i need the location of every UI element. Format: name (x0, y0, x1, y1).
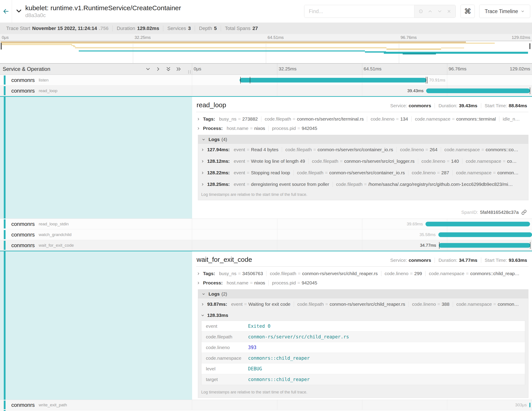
trace-view-selector-label: Trace Timeline (485, 9, 518, 14)
find-clear-icon[interactable] (446, 9, 452, 14)
summary-services: Services3 (163, 26, 195, 31)
collapse-one-icon[interactable] (145, 66, 151, 72)
trace-id: d8a3a0c (25, 12, 181, 19)
timeline-ruler: 0μs 32.25ms 64.51ms 96.76ms 129.02ms (192, 64, 532, 75)
link-icon[interactable] (521, 210, 527, 215)
keyboard-shortcuts-button[interactable]: ⌘ (461, 5, 475, 18)
chevron-right-icon (201, 148, 205, 152)
expanded-log-entry-header[interactable]: 128.33ms (198, 310, 528, 320)
top-controls: ⌘ Trace Timeline (304, 5, 532, 18)
span-bar[interactable] (439, 243, 531, 248)
expand-all-icon[interactable] (175, 66, 182, 72)
minimap-right-handle (529, 43, 531, 49)
service-operation-header: Service & Operation (0, 64, 192, 75)
ruler-tick: 32.25ms (277, 66, 297, 71)
logs-note: Log timestamps are relative to the start… (198, 388, 528, 398)
tags-accordion[interactable]: Tags: busy_ns=34506763 code.filepath=con… (196, 269, 528, 278)
trace-view-selector[interactable]: Trace Timeline (479, 5, 530, 18)
span-duration-label: 303μs (515, 402, 527, 407)
find-next-icon[interactable] (437, 9, 443, 14)
span-color-accent (4, 76, 6, 85)
table-row: code.namespaceconmonrs::child_reaper (201, 353, 525, 363)
log-field-chip: event=Wrote log line of length 49 (233, 158, 308, 164)
span-row-read-loop-stdin[interactable]: conmonrsread_loop_stdin 39.69ms (0, 219, 532, 229)
chevron-right-icon (201, 183, 205, 186)
find-buttons (414, 5, 456, 18)
span-row-listen[interactable]: conmonrslisten 70.91ms (0, 75, 532, 86)
process-accordion[interactable]: Process: host.name=nixos process.pid=942… (196, 124, 528, 133)
process-chip: process.pid=942045 (268, 126, 321, 131)
find-input[interactable] (304, 5, 414, 18)
tag-chip-truncated: idle_n… (499, 116, 523, 122)
find-group (304, 5, 456, 18)
minimap-tick: 0μs (2, 35, 9, 40)
logs-accordion-header[interactable]: Logs (4) (198, 135, 528, 144)
tag-chip: code.lineno=299 (381, 271, 426, 276)
span-row-read-loop[interactable]: conmonrsread_loop 39.43ms (0, 86, 532, 96)
tag-chip: code.filepath=conmon-rs/server/src/termi… (261, 116, 367, 122)
span-bar[interactable] (529, 402, 530, 407)
chevron-down-icon (16, 8, 22, 14)
log-entry[interactable]: 127.94ms: event=Read 4 bytes code.filepa… (198, 144, 528, 156)
detail-meta: Service:conmonrs Duration:34.77ms Start … (387, 258, 528, 263)
collapse-controls (145, 66, 190, 72)
tag-chip: code.filepath=conmon-rs/server/src/child… (266, 271, 381, 276)
operation-name: read_loop (38, 88, 57, 93)
process-chip: host.name=nixos (226, 280, 268, 285)
next-row-peek (0, 410, 532, 411)
span-bar[interactable] (426, 88, 530, 93)
span-bar[interactable] (438, 232, 532, 237)
chevron-down-icon (521, 9, 525, 13)
span-color-accent (4, 86, 6, 95)
summary-total-spans: Total Spans27 (221, 26, 262, 31)
span-bar[interactable] (240, 78, 426, 82)
log-field-chip: code.lineno=140 (418, 158, 462, 164)
process-chip: host.name=nixos (226, 126, 268, 131)
chevron-down-icon (202, 138, 205, 141)
service-name: conmonrs (11, 77, 35, 83)
tags-accordion[interactable]: Tags: busy_ns=273882 code.filepath=conmo… (196, 114, 528, 124)
ruler-tick: 129.02ms (510, 66, 530, 71)
span-color-accent (4, 241, 6, 250)
minimap-canvas[interactable] (0, 41, 532, 64)
log-field-chip: code.filepath=conmon-rs/server/src/conta… (282, 147, 397, 152)
operation-name: read_loop_stdin (38, 222, 68, 226)
log-field-chip: event=Waiting for exit code (231, 302, 294, 307)
logs-accordion-header[interactable]: Logs (2) (198, 290, 528, 298)
log-entry[interactable]: 128.22ms: event=Stopping read loop code.… (198, 167, 528, 178)
table-row: targetconmonrs::child_reaper (201, 374, 525, 385)
timeline-grid-header: Service & Operation 0μs 32.25ms 64.51ms … (0, 64, 532, 75)
minimap-tick: 32.25ms (135, 35, 151, 40)
span-row-write-exit-path[interactable]: conmonrswrite_exit_path 303μs (0, 400, 532, 410)
logs-note: Log timestamps are relative to the start… (198, 190, 528, 200)
tag-chip: code.lineno=134 (367, 116, 411, 122)
minimap-left-handle (1, 43, 2, 49)
span-row-watch-grandchild[interactable]: conmonrswatch_grandchild 35.58ms (0, 229, 532, 240)
column-resizer[interactable] (188, 70, 190, 74)
log-field-chip: code.namespace=conmonrs::co… (441, 147, 522, 152)
page-title: kubelet: runtime.v1.RuntimeService/Creat… (25, 4, 181, 12)
span-bar[interactable] (426, 222, 530, 226)
operation-name: wait_for_exit_code (38, 243, 74, 248)
trace-summary-bar: Trace StartNovember 15 2022, 11:24:14.75… (0, 23, 532, 34)
log-field-chip: code.namespace=co… (462, 158, 520, 164)
minimap-tick: 129.02ms (512, 35, 530, 40)
back-button[interactable] (0, 0, 12, 23)
span-duration-label: 39.43ms (407, 88, 424, 93)
find-focus-icon[interactable] (418, 9, 424, 14)
chevron-right-icon (197, 281, 200, 285)
log-entry[interactable]: 128.12ms: event=Wrote log line of length… (198, 156, 528, 167)
expand-one-icon[interactable] (155, 66, 161, 72)
chevron-right-icon (201, 303, 205, 306)
log-entry[interactable]: 93.87ms: event=Waiting for exit code cod… (198, 298, 528, 310)
span-detail-read-loop: read_loop Service:conmonrs Duration:39.4… (0, 96, 532, 219)
chevron-down-icon (202, 292, 205, 296)
span-row-wait-for-exit-code[interactable]: conmonrswait_for_exit_code 34.77ms (0, 240, 532, 251)
trace-title-collapse-toggle[interactable] (16, 8, 22, 15)
log-field-chip: code.filepath=conmon-rs/server/src/conta… (294, 170, 408, 176)
log-entry[interactable]: 128.25ms: event=deregistering event sour… (198, 178, 528, 190)
find-prev-icon[interactable] (427, 9, 433, 14)
process-accordion[interactable]: Process: host.name=nixos process.pid=942… (196, 278, 528, 288)
detail-title: read_loop (197, 101, 226, 109)
collapse-all-icon[interactable] (165, 66, 171, 72)
